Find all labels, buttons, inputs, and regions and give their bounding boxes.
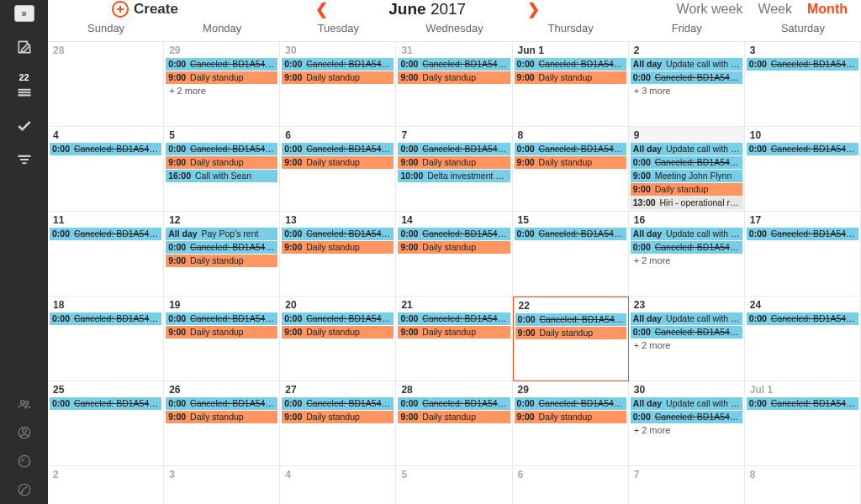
day-cell[interactable]: 150:00 Canceled: BD1A54 M… xyxy=(513,212,629,297)
event[interactable]: 0:00 Canceled: BD1A54 M… xyxy=(398,143,510,155)
event[interactable]: 0:00 Canceled: BD1A54 M… xyxy=(282,143,394,155)
event[interactable]: 9:00 Daily standup xyxy=(515,411,626,423)
more-events[interactable]: + 3 more xyxy=(631,84,742,96)
event[interactable]: All day Pay Pop's rent xyxy=(166,228,277,240)
event[interactable]: 0:00 Canceled: BD1A54 M… xyxy=(50,312,161,325)
day-cell[interactable]: 190:00 Canceled: BD1A54 M…9:00 Daily sta… xyxy=(164,297,280,381)
event[interactable]: 9:00 Daily standup xyxy=(515,71,626,84)
day-cell[interactable]: 50:00 Canceled: BD1A54 M…9:00 Daily stan… xyxy=(164,127,280,212)
day-cell[interactable]: 7 xyxy=(629,466,745,504)
event[interactable]: 0:00 Canceled: BD1A54 M… xyxy=(166,241,277,254)
day-cell[interactable]: 5 xyxy=(396,466,512,504)
day-cell[interactable]: 16All day Update call with M…0:00 Cancel… xyxy=(629,212,745,297)
day-cell[interactable]: 110:00 Canceled: BD1A54 M… xyxy=(48,212,164,297)
day-cell[interactable]: 60:00 Canceled: BD1A54 M…9:00 Daily stan… xyxy=(280,127,396,212)
event[interactable]: 0:00 Canceled: BD1A54 M… xyxy=(631,411,742,423)
event[interactable]: 0:00 Canceled: BD1A54 M… xyxy=(50,228,161,240)
day-cell[interactable]: 40:00 Canceled: BD1A54 M… xyxy=(48,127,164,212)
event[interactable]: 0:00 Canceled: BD1A54 M… xyxy=(282,58,394,71)
day-cell[interactable]: 9All day Update call with M…0:00 Cancele… xyxy=(629,127,745,212)
event[interactable]: 0:00 Canceled: BD1A54 M… xyxy=(166,312,277,325)
event[interactable]: 9:00 Daily standup xyxy=(282,71,394,84)
day-cell[interactable]: 12All day Pay Pop's rent0:00 Canceled: B… xyxy=(164,212,280,297)
more-events[interactable]: + 2 more xyxy=(631,339,742,350)
sidebar-dashboard[interactable] xyxy=(0,447,48,475)
day-cell[interactable]: 30:00 Canceled: BD1A54 M… xyxy=(745,42,861,127)
event[interactable]: 9:00 Daily standup xyxy=(166,156,277,169)
event[interactable]: 13:00 Hiri - operational re… xyxy=(631,197,742,209)
day-cell[interactable]: 240:00 Canceled: BD1A54 M… xyxy=(745,297,861,381)
event[interactable]: 0:00 Canceled: BD1A54 M… xyxy=(747,312,858,325)
event[interactable]: 0:00 Canceled: BD1A54 M… xyxy=(747,58,858,71)
event[interactable]: 0:00 Canceled: BD1A54 M… xyxy=(515,228,626,240)
day-cell[interactable]: 180:00 Canceled: BD1A54 M… xyxy=(48,297,164,381)
event[interactable]: 0:00 Canceled: BD1A54 M… xyxy=(166,58,277,71)
day-cell[interactable]: 260:00 Canceled: BD1A54 M…9:00 Daily sta… xyxy=(164,381,280,466)
event[interactable]: 0:00 Canceled: BD1A54 M… xyxy=(50,397,161,410)
sidebar-filter[interactable] xyxy=(0,143,48,176)
event[interactable]: 9:00 Meeting John Flynn xyxy=(631,170,742,182)
create-button[interactable]: Create xyxy=(112,1,178,18)
more-events[interactable]: + 2 more xyxy=(631,254,742,265)
day-cell[interactable]: 2All day Update call with M…0:00 Cancele… xyxy=(629,42,745,127)
event[interactable]: 9:00 Daily standup xyxy=(282,241,394,254)
day-cell[interactable]: 310:00 Canceled: BD1A54 M…9:00 Daily sta… xyxy=(396,42,512,127)
event[interactable]: 9:00 Daily standup xyxy=(398,241,510,254)
event[interactable]: 16:00 Call with Sean xyxy=(166,170,277,182)
event[interactable]: 9:00 Daily standup xyxy=(166,326,277,339)
event[interactable]: 9:00 Daily standup xyxy=(515,156,626,169)
event[interactable]: All day Update call with M… xyxy=(631,397,742,410)
sidebar-contacts[interactable] xyxy=(0,390,48,418)
prev-month-button[interactable]: ❮ xyxy=(313,0,330,18)
event[interactable]: 0:00 Canceled: BD1A54 M… xyxy=(50,143,161,155)
event[interactable]: 0:00 Canceled: BD1A54 M… xyxy=(398,397,510,410)
day-cell[interactable]: Jun 10:00 Canceled: BD1A54 M…9:00 Daily … xyxy=(513,42,629,127)
event[interactable]: 9:00 Daily standup xyxy=(631,183,742,196)
event[interactable]: 0:00 Canceled: BD1A54 M… xyxy=(515,397,626,410)
view-week[interactable]: Week xyxy=(758,2,792,17)
event[interactable]: 0:00 Canceled: BD1A54 M… xyxy=(631,71,742,84)
event[interactable]: 0:00 Canceled: BD1A54 M… xyxy=(515,313,626,326)
more-events[interactable]: + 2 more xyxy=(631,423,742,435)
day-cell[interactable]: 2 xyxy=(48,466,164,504)
event[interactable]: 10:00 Delta investment co… xyxy=(398,170,510,182)
day-cell[interactable]: Jul 10:00 Canceled: BD1A54 M… xyxy=(745,381,861,466)
day-cell[interactable]: 270:00 Canceled: BD1A54 M…9:00 Daily sta… xyxy=(280,381,396,466)
event[interactable]: 0:00 Canceled: BD1A54 M… xyxy=(515,58,626,71)
event[interactable]: 0:00 Canceled: BD1A54 M… xyxy=(631,241,742,254)
day-cell[interactable]: 200:00 Canceled: BD1A54 M…9:00 Daily sta… xyxy=(280,297,396,381)
day-cell[interactable]: 130:00 Canceled: BD1A54 M…9:00 Daily sta… xyxy=(280,212,396,297)
day-cell[interactable]: 220:00 Canceled: BD1A54 M…9:00 Daily sta… xyxy=(513,297,629,381)
event[interactable]: All day Update call with M… xyxy=(631,228,742,240)
day-cell[interactable]: 290:00 Canceled: BD1A54 M…9:00 Daily sta… xyxy=(513,381,629,466)
event[interactable]: 0:00 Canceled: BD1A54 M… xyxy=(398,228,510,240)
event[interactable]: 0:00 Canceled: BD1A54 M… xyxy=(398,58,510,71)
more-events[interactable]: + 2 more xyxy=(166,84,277,96)
event[interactable]: 0:00 Canceled: BD1A54 M… xyxy=(282,312,394,325)
event[interactable]: 0:00 Canceled: BD1A54 M… xyxy=(747,143,858,155)
sidebar-compose[interactable] xyxy=(0,30,48,64)
event[interactable]: 0:00 Canceled: BD1A54 M… xyxy=(166,143,277,155)
event[interactable]: All day Update call with M… xyxy=(631,58,742,71)
event[interactable]: 9:00 Daily standup xyxy=(166,255,277,267)
sidebar-profile[interactable] xyxy=(0,418,48,447)
sidebar-expand-button[interactable]: » xyxy=(14,5,34,22)
event[interactable]: 0:00 Canceled: BD1A54 M… xyxy=(515,143,626,155)
sidebar-settings[interactable] xyxy=(0,475,48,504)
event[interactable]: 0:00 Canceled: BD1A54 M… xyxy=(166,397,277,410)
next-month-button[interactable]: ❯ xyxy=(525,0,541,18)
day-cell[interactable]: 250:00 Canceled: BD1A54 M… xyxy=(48,381,164,466)
event[interactable]: 9:00 Daily standup xyxy=(398,326,510,339)
day-cell[interactable]: 140:00 Canceled: BD1A54 M…9:00 Daily sta… xyxy=(396,212,512,297)
day-cell[interactable]: 70:00 Canceled: BD1A54 M…9:00 Daily stan… xyxy=(396,127,512,212)
event[interactable]: All day Update call with M… xyxy=(631,312,742,325)
day-cell[interactable]: 28 xyxy=(48,42,164,127)
day-cell[interactable]: 8 xyxy=(745,466,861,504)
event[interactable]: 0:00 Canceled: BD1A54 M… xyxy=(747,397,858,410)
event[interactable]: 0:00 Canceled: BD1A54 M… xyxy=(398,312,510,325)
day-cell[interactable]: 100:00 Canceled: BD1A54 M… xyxy=(745,127,861,212)
event[interactable]: 9:00 Daily standup xyxy=(282,411,394,423)
day-cell[interactable]: 30All day Update call with M…0:00 Cancel… xyxy=(629,381,745,466)
event[interactable]: 0:00 Canceled: BD1A54 M… xyxy=(282,397,394,410)
day-cell[interactable]: 290:00 Canceled: BD1A54 M…9:00 Daily sta… xyxy=(164,42,280,127)
